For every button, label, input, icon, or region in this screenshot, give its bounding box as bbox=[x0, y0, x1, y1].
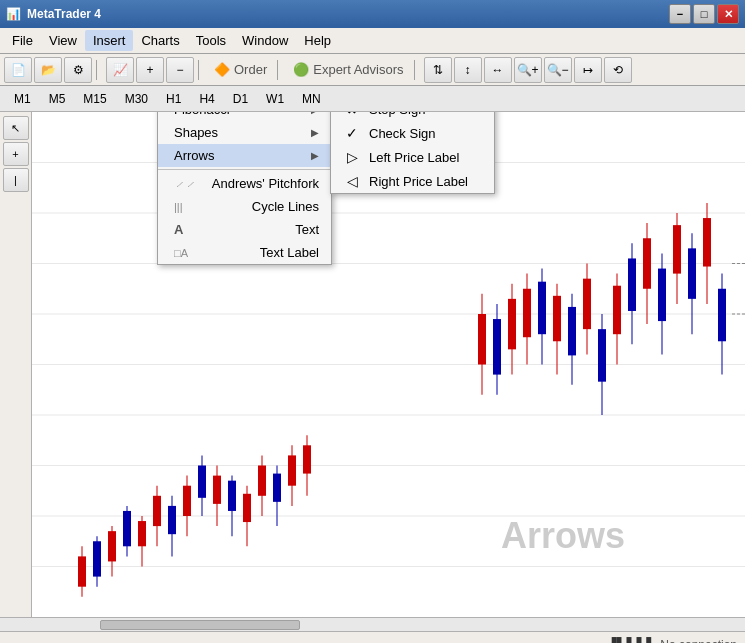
menu-cycle-label: Cycle Lines bbox=[252, 199, 319, 214]
settings-button[interactable]: ⚙ bbox=[64, 57, 92, 83]
arrows-submenu[interactable]: ☝ Thumbs Up ☟ Thumbs Down ↑ Arrow Up ↓ A… bbox=[330, 112, 495, 194]
period-btn[interactable]: ⟲ bbox=[604, 57, 632, 83]
menu-text[interactable]: A Text bbox=[158, 218, 331, 241]
svg-rect-47 bbox=[508, 299, 516, 350]
stopsign-label: Stop Sign bbox=[369, 112, 425, 117]
menu-help[interactable]: Help bbox=[296, 30, 339, 51]
menu-charts[interactable]: Charts bbox=[133, 30, 187, 51]
order-label[interactable]: Order bbox=[234, 62, 267, 77]
svg-rect-33 bbox=[243, 494, 251, 522]
menu-fibonacci-label: Fibonacci bbox=[174, 112, 230, 117]
svg-rect-53 bbox=[553, 296, 561, 341]
scrollbar-thumb[interactable] bbox=[100, 620, 300, 630]
title-bar-left: 📊 MetaTrader 4 bbox=[6, 7, 101, 21]
expert-label[interactable]: Expert Advisors bbox=[313, 62, 403, 77]
cursor-tool[interactable]: ↖ bbox=[3, 116, 29, 140]
svg-rect-49 bbox=[523, 289, 531, 337]
menu-window[interactable]: Window bbox=[234, 30, 296, 51]
tf-m30[interactable]: M30 bbox=[119, 89, 154, 109]
cycle-icon: ||| bbox=[174, 201, 183, 213]
shapes-arrow: ▶ bbox=[311, 127, 319, 138]
menu-sep2 bbox=[158, 169, 331, 170]
timeframe-bar: M1 M5 M15 M30 H1 H4 D1 W1 MN bbox=[0, 86, 745, 112]
svg-rect-37 bbox=[273, 474, 281, 502]
menu-textlabel-label: Text Label bbox=[260, 245, 319, 260]
zoom-btn1[interactable]: 🔍+ bbox=[514, 57, 542, 83]
toolbar-sep1 bbox=[96, 60, 102, 80]
open-button[interactable]: 📂 bbox=[34, 57, 62, 83]
insert-menu-dropdown[interactable]: Indicators ▶ Lines ▶ Channels ▶ Gann ▶ bbox=[157, 112, 332, 265]
tf-h4[interactable]: H4 bbox=[193, 89, 220, 109]
app-title: MetaTrader 4 bbox=[27, 7, 101, 21]
order-icon: 🔶 bbox=[214, 62, 230, 77]
crosshair-tool[interactable]: + bbox=[3, 142, 29, 166]
menu-file[interactable]: File bbox=[4, 30, 41, 51]
line-tool[interactable]: | bbox=[3, 168, 29, 192]
svg-rect-17 bbox=[123, 511, 131, 546]
rightprice-icon: ◁ bbox=[343, 173, 361, 189]
toolbar-sep2 bbox=[198, 60, 204, 80]
minimize-button[interactable]: − bbox=[669, 4, 691, 24]
new-button[interactable]: 📄 bbox=[4, 57, 32, 83]
svg-rect-45 bbox=[493, 319, 501, 375]
tf-mn[interactable]: MN bbox=[296, 89, 327, 109]
bars-icon: ▐▌▌▌▌ bbox=[607, 637, 657, 644]
close-button[interactable]: ✕ bbox=[717, 4, 739, 24]
maximize-button[interactable]: □ bbox=[693, 4, 715, 24]
text-icon: A bbox=[174, 222, 183, 237]
svg-rect-71 bbox=[688, 248, 696, 299]
svg-rect-69 bbox=[673, 225, 681, 273]
arrows-arrow: ▶ bbox=[311, 150, 319, 161]
menu-andrews-label: Andrews' Pitchfork bbox=[212, 176, 319, 191]
menu-shapes[interactable]: Shapes ▶ bbox=[158, 121, 331, 144]
title-bar-controls: − □ ✕ bbox=[669, 4, 739, 24]
title-bar: 📊 MetaTrader 4 − □ ✕ bbox=[0, 0, 745, 28]
nav-btn1[interactable]: ⇅ bbox=[424, 57, 452, 83]
zoom-btn2[interactable]: 🔍− bbox=[544, 57, 572, 83]
svg-rect-63 bbox=[628, 258, 636, 311]
tf-w1[interactable]: W1 bbox=[260, 89, 290, 109]
status-right: ▐▌▌▌▌ No connection bbox=[607, 637, 737, 644]
nav-btn2[interactable]: ↕ bbox=[454, 57, 482, 83]
svg-rect-43 bbox=[478, 314, 486, 365]
menu-shapes-label: Shapes bbox=[174, 125, 218, 140]
tf-d1[interactable]: D1 bbox=[227, 89, 254, 109]
svg-rect-27 bbox=[198, 466, 206, 498]
menu-andrews[interactable]: ⟋⟋ Andrews' Pitchfork bbox=[158, 172, 331, 195]
chart-area[interactable]: Arrows Indicators ▶ Lines ▶ Channels ▶ bbox=[32, 112, 745, 617]
menu-tools[interactable]: Tools bbox=[188, 30, 234, 51]
svg-rect-25 bbox=[183, 486, 191, 516]
svg-rect-31 bbox=[228, 481, 236, 511]
no-connection-label: No connection bbox=[660, 638, 737, 644]
menu-view[interactable]: View bbox=[41, 30, 85, 51]
svg-rect-59 bbox=[598, 329, 606, 382]
leftprice-label: Left Price Label bbox=[369, 150, 459, 165]
svg-rect-39 bbox=[288, 455, 296, 485]
tf-m1[interactable]: M1 bbox=[8, 89, 37, 109]
submenu-checksign[interactable]: ✓ Check Sign bbox=[331, 121, 494, 145]
textlabel-icon: □A bbox=[174, 247, 188, 259]
menu-fibonacci[interactable]: Fibonacci ▶ bbox=[158, 112, 331, 121]
zoom-in-button[interactable]: + bbox=[136, 57, 164, 83]
nav-btn3[interactable]: ↔ bbox=[484, 57, 512, 83]
menu-textlabel[interactable]: □A Text Label bbox=[158, 241, 331, 264]
menu-insert[interactable]: Insert bbox=[85, 30, 134, 51]
svg-rect-73 bbox=[703, 218, 711, 266]
app-icon: 📊 bbox=[6, 7, 21, 21]
scroll-btn[interactable]: ↦ bbox=[574, 57, 602, 83]
submenu-rightprice[interactable]: ◁ Right Price Label bbox=[331, 169, 494, 193]
tf-h1[interactable]: H1 bbox=[160, 89, 187, 109]
svg-rect-21 bbox=[153, 496, 161, 526]
toolbar-sep3 bbox=[277, 60, 283, 80]
tf-m5[interactable]: M5 bbox=[43, 89, 72, 109]
menu-cycle[interactable]: ||| Cycle Lines bbox=[158, 195, 331, 218]
status-bar: ▐▌▌▌▌ No connection bbox=[0, 631, 745, 643]
chart-button[interactable]: 📈 bbox=[106, 57, 134, 83]
leftprice-icon: ▷ bbox=[343, 149, 361, 165]
submenu-stopsign[interactable]: ✖ Stop Sign bbox=[331, 112, 494, 121]
submenu-leftprice[interactable]: ▷ Left Price Label bbox=[331, 145, 494, 169]
tf-m15[interactable]: M15 bbox=[77, 89, 112, 109]
horizontal-scrollbar[interactable] bbox=[0, 617, 745, 631]
menu-arrows[interactable]: Arrows ▶ bbox=[158, 144, 331, 167]
zoom-out-button[interactable]: − bbox=[166, 57, 194, 83]
